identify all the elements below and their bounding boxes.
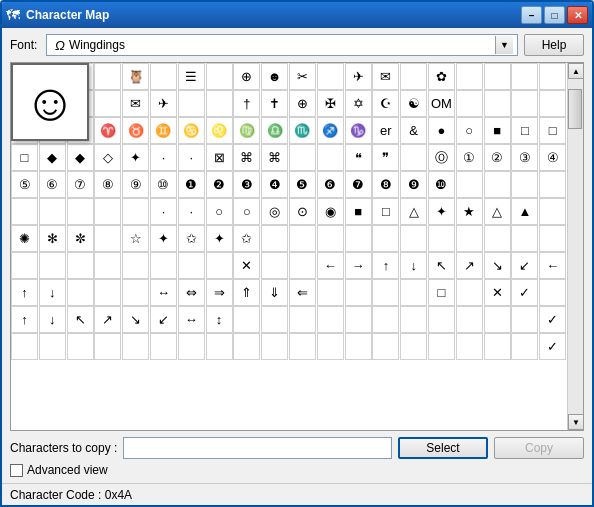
- char-cell[interactable]: [511, 171, 538, 198]
- char-cell[interactable]: [94, 198, 121, 225]
- char-cell[interactable]: ◇: [94, 144, 121, 171]
- char-cell[interactable]: ↑: [11, 279, 38, 306]
- char-cell[interactable]: ⑨: [122, 171, 149, 198]
- char-cell[interactable]: ☻: [261, 63, 288, 90]
- char-cell[interactable]: ✉: [122, 90, 149, 117]
- char-cell[interactable]: [456, 171, 483, 198]
- char-cell[interactable]: ✕: [484, 279, 511, 306]
- char-cell[interactable]: [150, 252, 177, 279]
- char-cell[interactable]: ❶: [178, 171, 205, 198]
- char-cell[interactable]: ⑥: [39, 171, 66, 198]
- char-cell[interactable]: [261, 225, 288, 252]
- char-cell[interactable]: [289, 225, 316, 252]
- char-cell[interactable]: [539, 279, 566, 306]
- char-cell[interactable]: ✕: [233, 252, 260, 279]
- char-cell[interactable]: [456, 225, 483, 252]
- char-cell[interactable]: ⊕: [289, 90, 316, 117]
- char-cell[interactable]: [150, 63, 177, 90]
- char-cell[interactable]: [39, 333, 66, 360]
- char-cell[interactable]: [178, 252, 205, 279]
- char-cell[interactable]: ·: [178, 198, 205, 225]
- char-cell[interactable]: ◎: [261, 198, 288, 225]
- minimize-button[interactable]: –: [521, 6, 542, 24]
- char-cell[interactable]: ✂: [289, 63, 316, 90]
- char-cell[interactable]: ④: [539, 144, 566, 171]
- char-cell[interactable]: ♈: [94, 117, 121, 144]
- char-cell[interactable]: er: [372, 117, 399, 144]
- char-cell[interactable]: ◉: [317, 198, 344, 225]
- copy-button[interactable]: Copy: [494, 437, 584, 459]
- char-cell[interactable]: △: [400, 198, 427, 225]
- char-cell[interactable]: □: [511, 117, 538, 144]
- char-cell[interactable]: ❻: [317, 171, 344, 198]
- scroll-up-arrow[interactable]: ▲: [568, 63, 584, 79]
- char-cell[interactable]: [206, 252, 233, 279]
- char-cell[interactable]: ❝: [345, 144, 372, 171]
- char-cell[interactable]: [289, 333, 316, 360]
- char-cell[interactable]: [539, 90, 566, 117]
- char-cell[interactable]: [39, 252, 66, 279]
- char-cell[interactable]: [400, 279, 427, 306]
- char-cell[interactable]: [484, 171, 511, 198]
- char-cell[interactable]: [178, 333, 205, 360]
- char-cell[interactable]: [400, 333, 427, 360]
- char-cell[interactable]: ♍: [233, 117, 260, 144]
- char-cell[interactable]: ↑: [372, 252, 399, 279]
- char-cell[interactable]: [178, 90, 205, 117]
- char-cell[interactable]: ✈: [345, 63, 372, 90]
- scroll-down-arrow[interactable]: ▼: [568, 414, 584, 430]
- copy-input[interactable]: [123, 437, 392, 459]
- char-cell[interactable]: ⇐: [289, 279, 316, 306]
- char-cell[interactable]: ⇔: [178, 279, 205, 306]
- char-cell[interactable]: [484, 333, 511, 360]
- char-cell[interactable]: [317, 279, 344, 306]
- char-cell[interactable]: ✉: [372, 63, 399, 90]
- char-cell[interactable]: [94, 333, 121, 360]
- char-cell[interactable]: [317, 144, 344, 171]
- char-cell[interactable]: [11, 252, 38, 279]
- char-cell[interactable]: [511, 63, 538, 90]
- char-cell[interactable]: Ⓞ: [428, 144, 455, 171]
- char-cell[interactable]: [456, 306, 483, 333]
- char-cell[interactable]: ↖: [67, 306, 94, 333]
- char-cell[interactable]: ↔: [150, 279, 177, 306]
- scroll-thumb[interactable]: [568, 89, 582, 129]
- advanced-view-checkbox[interactable]: [10, 464, 23, 477]
- char-cell[interactable]: [539, 63, 566, 90]
- char-cell[interactable]: [345, 225, 372, 252]
- char-cell[interactable]: [261, 252, 288, 279]
- char-cell[interactable]: [206, 333, 233, 360]
- char-cell[interactable]: □: [428, 279, 455, 306]
- char-cell[interactable]: ✦: [206, 225, 233, 252]
- char-cell[interactable]: [484, 225, 511, 252]
- char-cell[interactable]: [539, 171, 566, 198]
- char-cell[interactable]: ↗: [94, 306, 121, 333]
- char-cell[interactable]: [345, 306, 372, 333]
- char-cell[interactable]: [372, 225, 399, 252]
- char-cell[interactable]: ·: [150, 198, 177, 225]
- char-cell[interactable]: ⇒: [206, 279, 233, 306]
- char-cell[interactable]: ○: [456, 117, 483, 144]
- char-cell[interactable]: [261, 333, 288, 360]
- char-cell[interactable]: [511, 90, 538, 117]
- char-cell[interactable]: ✦: [122, 144, 149, 171]
- select-button[interactable]: Select: [398, 437, 488, 459]
- char-cell[interactable]: ✡: [345, 90, 372, 117]
- char-cell[interactable]: ■: [345, 198, 372, 225]
- char-cell[interactable]: ☆: [122, 225, 149, 252]
- char-cell[interactable]: ✦: [150, 225, 177, 252]
- char-cell[interactable]: [39, 198, 66, 225]
- char-cell[interactable]: ✈: [150, 90, 177, 117]
- char-cell[interactable]: ❷: [206, 171, 233, 198]
- font-dropdown-arrow-icon[interactable]: ▼: [495, 36, 513, 54]
- char-cell[interactable]: [233, 333, 260, 360]
- char-cell[interactable]: OM: [428, 90, 455, 117]
- char-cell[interactable]: [345, 333, 372, 360]
- char-cell[interactable]: ↕: [206, 306, 233, 333]
- char-cell[interactable]: ✓: [539, 333, 566, 360]
- char-cell[interactable]: ↑: [11, 306, 38, 333]
- char-cell[interactable]: [122, 333, 149, 360]
- char-cell[interactable]: ■: [484, 117, 511, 144]
- char-cell[interactable]: ★: [456, 198, 483, 225]
- char-cell[interactable]: ↘: [484, 252, 511, 279]
